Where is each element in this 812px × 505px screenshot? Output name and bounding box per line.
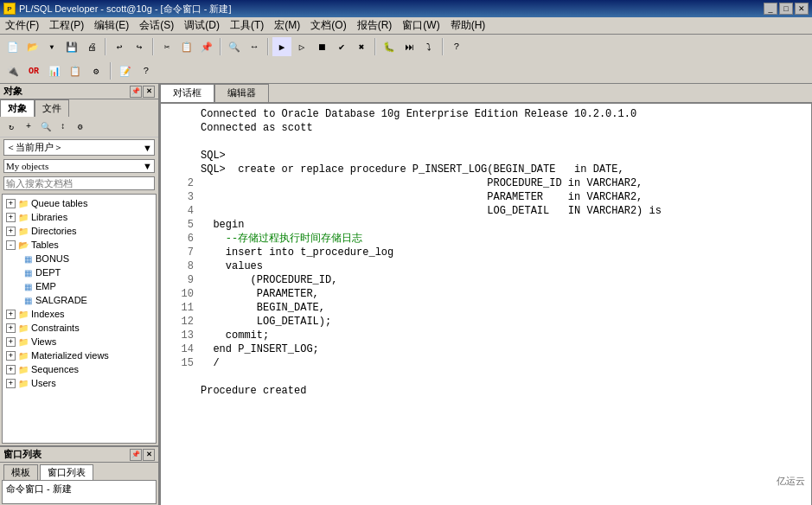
panel-pin-btn[interactable]: 📌	[130, 86, 142, 98]
menu-project[interactable]: 工程(P)	[44, 16, 89, 35]
commit-button[interactable]: ✔	[332, 37, 351, 56]
tree-item-dept[interactable]: ▦ DEPT	[4, 265, 154, 279]
window-list-icons[interactable]: 📌 ✕	[130, 449, 155, 461]
add-icon[interactable]: +	[21, 119, 36, 135]
find-button[interactable]: 🔍	[225, 37, 244, 56]
replace-button[interactable]: ↔	[245, 37, 264, 56]
expander-constraints[interactable]: +	[6, 323, 16, 333]
tab-dialog[interactable]: 对话框	[160, 84, 214, 102]
menu-session[interactable]: 会话(S)	[134, 16, 179, 35]
code-line-8: 8 values	[168, 259, 804, 273]
user-dropdown-container: ＜当前用户＞ ▼	[0, 137, 158, 157]
expander-users[interactable]: +	[6, 379, 16, 388]
panel-title-icons[interactable]: 📌 ✕	[130, 86, 155, 98]
copy-button[interactable]: 📋	[177, 37, 196, 56]
code-line-connect1: Connected to Oracle Database 10g Enterpr…	[168, 107, 804, 121]
tree-item-tables[interactable]: - 📂 Tables	[4, 238, 154, 252]
expander-libraries[interactable]: +	[6, 213, 16, 222]
menu-help[interactable]: 帮助(H)	[445, 16, 491, 35]
refresh-icon[interactable]: ↻	[3, 119, 19, 135]
expander-views[interactable]: +	[6, 337, 16, 347]
code-editor[interactable]: Connected to Oracle Database 10g Enterpr…	[160, 103, 812, 505]
db-proc-icon[interactable]: ⚙	[86, 61, 105, 80]
db-table-icon[interactable]: 📋	[66, 61, 85, 80]
print-button[interactable]: 🖨	[82, 37, 101, 56]
myobjects-dropdown[interactable]: My objects ▼	[3, 159, 155, 173]
tree-item-sequences[interactable]: + 📁 Sequences	[4, 362, 154, 376]
filter-icon[interactable]: 🔍	[38, 119, 54, 135]
execute-button[interactable]: ▶	[272, 37, 291, 56]
folder-icon-tables: 📂	[17, 240, 29, 250]
redo-button[interactable]: ↪	[130, 37, 149, 56]
wl-close-btn[interactable]: ✕	[143, 449, 155, 461]
db-connect-icon[interactable]: 🔌	[3, 61, 22, 80]
myobjects-label: My objects	[6, 161, 143, 171]
close-button[interactable]: ✕	[795, 3, 809, 15]
panel-close-btn[interactable]: ✕	[143, 86, 155, 98]
tree-item-users[interactable]: + 📁 Users	[4, 376, 154, 390]
tree-item-matviews[interactable]: + 📁 Materialized views	[4, 348, 154, 362]
open-button[interactable]: 📂	[23, 37, 42, 56]
db-oracle-icon[interactable]: OR	[24, 61, 43, 80]
table-icon-emp: ▦	[22, 281, 34, 291]
tree-item-directories[interactable]: + 📁 Directories	[4, 224, 154, 238]
expander-matviews[interactable]: +	[6, 351, 16, 361]
expander-tables[interactable]: -	[6, 240, 16, 250]
menu-tools[interactable]: 工具(T)	[225, 16, 269, 35]
tree-item-libraries[interactable]: + 📁 Libraries	[4, 210, 154, 224]
menu-debug[interactable]: 调试(D)	[179, 16, 225, 35]
rollback-button[interactable]: ✖	[352, 37, 371, 56]
tree-item-emp[interactable]: ▦ EMP	[4, 279, 154, 293]
code-text-14: end P_INSERT_LOG;	[201, 342, 319, 356]
object-tree[interactable]: + 📁 Queue tables + 📁 Libraries + 📁 Direc…	[2, 194, 157, 444]
debug-button[interactable]: 🐛	[380, 37, 399, 56]
db-view-icon[interactable]: 📊	[45, 61, 64, 80]
tree-item-queue[interactable]: + 📁 Queue tables	[4, 196, 154, 210]
menu-report[interactable]: 报告(R)	[352, 16, 398, 35]
tree-item-salgrade[interactable]: ▦ SALGRADE	[4, 293, 154, 307]
expander-sequences[interactable]: +	[6, 365, 16, 374]
menu-macro[interactable]: 宏(M)	[269, 16, 305, 35]
sort-icon[interactable]: ↕	[55, 119, 71, 135]
new-button[interactable]: 📄	[3, 37, 22, 56]
paste-button[interactable]: 📌	[197, 37, 216, 56]
tree-item-bonus[interactable]: ▦ BONUS	[4, 252, 154, 265]
help-button[interactable]: ?	[447, 37, 466, 56]
tb2-btn1[interactable]: 📝	[116, 61, 135, 80]
cut-button[interactable]: ✂	[157, 37, 176, 56]
search-input[interactable]	[3, 176, 155, 190]
tab-window-list[interactable]: 窗口列表	[40, 464, 93, 480]
expander-directories[interactable]: +	[6, 227, 16, 236]
menu-window[interactable]: 窗口(W)	[397, 16, 444, 35]
line-num-c1	[168, 107, 194, 121]
tab-editor[interactable]: 编辑器	[214, 84, 269, 102]
open-dropdown[interactable]: ▼	[42, 37, 61, 56]
user-dropdown[interactable]: ＜当前用户＞ ▼	[3, 139, 155, 156]
stop-button[interactable]: ⏹	[312, 37, 331, 56]
menu-file[interactable]: 文件(F)	[0, 16, 44, 35]
expander-indexes[interactable]: +	[6, 310, 16, 319]
tb2-btn2[interactable]: ?	[137, 61, 156, 80]
config-icon[interactable]: ⚙	[73, 119, 88, 135]
tree-item-constraints[interactable]: + 📁 Constraints	[4, 321, 154, 335]
over-button[interactable]: ⤵	[419, 37, 438, 56]
code-line-14: 14 end P_INSERT_LOG;	[168, 342, 804, 356]
tab-template[interactable]: 模板	[3, 464, 38, 480]
expander-queue[interactable]: +	[6, 199, 16, 208]
tab-files[interactable]: 文件	[35, 99, 69, 117]
step-button[interactable]: ⏭	[400, 37, 419, 56]
tab-objects[interactable]: 对象	[0, 99, 35, 117]
tree-item-indexes[interactable]: + 📁 Indexes	[4, 307, 154, 321]
tree-item-views[interactable]: + 📁 Views	[4, 335, 154, 348]
window-list-item[interactable]: 命令窗口 - 新建	[6, 483, 72, 494]
save-button[interactable]: 💾	[62, 37, 81, 56]
execute2-button[interactable]: ▷	[292, 37, 311, 56]
window-controls[interactable]: _ □ ✕	[764, 3, 809, 15]
menu-docs[interactable]: 文档(O)	[305, 16, 351, 35]
line-num-c2	[168, 121, 194, 135]
maximize-button[interactable]: □	[779, 3, 793, 15]
minimize-button[interactable]: _	[764, 3, 777, 15]
undo-button[interactable]: ↩	[110, 37, 129, 56]
wl-pin-btn[interactable]: 📌	[130, 449, 142, 461]
menu-edit[interactable]: 编辑(E)	[89, 16, 134, 35]
